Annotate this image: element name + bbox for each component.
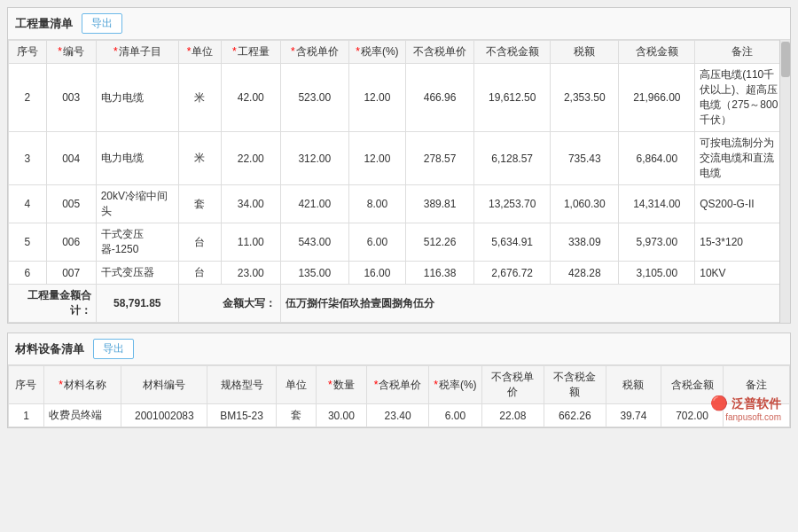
m-th-seq: 序号 — [9, 366, 44, 404]
section2-export-button[interactable]: 导出 — [93, 339, 134, 359]
materials-tbody: 1收费员终端2001002083BM15-23套30.0023.406.0022… — [9, 404, 790, 427]
table-cell: 电力电缆 — [96, 64, 178, 132]
table-cell: 543.00 — [280, 223, 348, 262]
m-th-tax-price: *含税单价 — [367, 366, 429, 404]
materials-section: 材料设备清单 导出 序号 *材料名称 材料编号 规格型号 单位 *数量 *含税单… — [7, 332, 791, 428]
table-row: 1收费员终端2001002083BM15-23套30.0023.406.0022… — [9, 404, 790, 427]
engineering-tbody: 2003电力电缆米42.00523.0012.00466.9619,612.50… — [9, 64, 790, 285]
table-cell: 收费员终端 — [43, 404, 121, 427]
table-cell: 15-3*120 — [695, 223, 790, 262]
table-cell: 312.00 — [280, 132, 348, 185]
th-code: *编号 — [46, 41, 96, 64]
table-cell: 21,966.00 — [619, 64, 695, 132]
table-cell: 22.00 — [221, 132, 280, 185]
m-th-qty: *数量 — [316, 366, 366, 404]
table-cell: 116.38 — [405, 262, 473, 285]
table-cell: 12.00 — [348, 64, 405, 132]
m-th-spec: 规格型号 — [207, 366, 276, 404]
table-cell: 干式变压器-1250 — [96, 223, 178, 262]
footer-total: 58,791.85 — [96, 285, 178, 323]
table-cell: 1,060.30 — [551, 185, 619, 223]
table-cell: 1 — [9, 404, 44, 427]
table-cell: 006 — [46, 223, 96, 262]
engineering-section: 工程量清单 导出 序号 *编号 *清单子目 *单位 *工程量 *含税单价 *税率… — [7, 7, 791, 324]
table-cell: 12.00 — [348, 132, 405, 185]
section1-title: 工程量清单 — [15, 16, 73, 32]
table-cell: 2001002083 — [121, 404, 207, 427]
m-th-code: 材料编号 — [121, 366, 207, 404]
table-cell: 干式变压器 — [96, 262, 178, 285]
table-cell: 2,676.72 — [474, 262, 551, 285]
table-cell: 6.00 — [429, 404, 482, 427]
table-cell: 389.81 — [405, 185, 473, 223]
scrollbar-thumb[interactable] — [781, 42, 790, 77]
table-cell: 电力电缆 — [96, 132, 178, 185]
watermark-container: 🔴 泛普软件 fanpusoft.com — [710, 395, 781, 422]
table-cell: 14,314.00 — [619, 185, 695, 223]
m-th-name: *材料名称 — [43, 366, 121, 404]
scrollbar[interactable] — [779, 40, 790, 323]
th-seq: 序号 — [9, 41, 47, 64]
table-cell: 22.08 — [481, 404, 544, 427]
table-cell: 523.00 — [280, 64, 348, 132]
footer-label: 工程量金额合计： — [9, 285, 97, 323]
brand-label: 软件 — [756, 396, 781, 411]
table-cell: 004 — [46, 132, 96, 185]
th-qty: *工程量 — [221, 41, 280, 64]
table-cell: 2,353.50 — [551, 64, 619, 132]
table-cell: 19,612.50 — [474, 64, 551, 132]
table-cell: 3 — [9, 132, 47, 185]
table-row: 2003电力电缆米42.00523.0012.00466.9619,612.50… — [9, 64, 790, 132]
table-cell: 可按电流制分为交流电缆和直流电缆 — [695, 132, 790, 185]
th-unit: *单位 — [178, 41, 221, 64]
th-incl-amount: 含税金额 — [619, 41, 695, 64]
th-name: *清单子目 — [96, 41, 178, 64]
table-cell: 6,128.57 — [474, 132, 551, 185]
table-cell: 39.74 — [606, 404, 661, 427]
table-row: 6007干式变压器台23.00135.0016.00116.382,676.72… — [9, 262, 790, 285]
table-cell: 6 — [9, 262, 47, 285]
table-cell: 米 — [178, 132, 221, 185]
table-cell: 10KV — [695, 262, 790, 285]
table-cell: 16.00 — [348, 262, 405, 285]
table-cell: 23.00 — [221, 262, 280, 285]
table-row: 3004电力电缆米22.00312.0012.00278.576,128.577… — [9, 132, 790, 185]
watermark-label: 泛普 — [732, 396, 756, 411]
section1-export-button[interactable]: 导出 — [82, 13, 122, 34]
table-cell: 台 — [178, 223, 221, 262]
section2-title: 材料设备清单 — [15, 341, 84, 357]
table-cell: 6,864.00 — [619, 132, 695, 185]
th-note: 备注 — [695, 41, 790, 64]
th-tax: 税额 — [551, 41, 619, 64]
watermark-text: 🔴 泛普软件 — [710, 395, 781, 412]
m-th-excl-price: 不含税单价 — [481, 366, 544, 404]
section2-header: 材料设备清单 导出 — [8, 333, 790, 365]
table-cell: QS200-G-II — [695, 185, 790, 223]
table-row: 5006干式变压器-1250台11.00543.006.00512.265,63… — [9, 223, 790, 262]
th-tax-price: *含税单价 — [280, 41, 348, 64]
table-cell: 3,105.00 — [619, 262, 695, 285]
page-wrapper: 工程量清单 导出 序号 *编号 *清单子目 *单位 *工程量 *含税单价 *税率… — [0, 0, 798, 532]
table-cell: 套 — [276, 404, 316, 427]
materials-header-row: 序号 *材料名称 材料编号 规格型号 单位 *数量 *含税单价 *税率(%) 不… — [9, 366, 790, 404]
table-cell: 512.26 — [405, 223, 473, 262]
table-cell: 5,634.91 — [474, 223, 551, 262]
table-cell: 13,253.70 — [474, 185, 551, 223]
table-cell: 11.00 — [221, 223, 280, 262]
engineering-table: 序号 *编号 *清单子目 *单位 *工程量 *含税单价 *税率(%) 不含税单价… — [8, 40, 790, 323]
m-th-unit: 单位 — [276, 366, 316, 404]
table-cell: 338.09 — [551, 223, 619, 262]
table-cell: 台 — [178, 262, 221, 285]
m-th-tax-rate: *税率(%) — [429, 366, 482, 404]
table-cell: 005 — [46, 185, 96, 223]
table-cell: 5 — [9, 223, 47, 262]
table-cell: 2 — [9, 64, 47, 132]
table-cell: 421.00 — [280, 185, 348, 223]
materials-table: 序号 *材料名称 材料编号 规格型号 单位 *数量 *含税单价 *税率(%) 不… — [8, 365, 790, 427]
table-cell: 5,973.00 — [619, 223, 695, 262]
table-cell: 高压电缆(110千伏以上)、超高压电缆（275～800千伏） — [695, 64, 790, 132]
table-cell: 米 — [178, 64, 221, 132]
table-cell: 20kV冷缩中间头 — [96, 185, 178, 223]
table-cell: 30.00 — [316, 404, 366, 427]
table-cell: 735.43 — [551, 132, 619, 185]
